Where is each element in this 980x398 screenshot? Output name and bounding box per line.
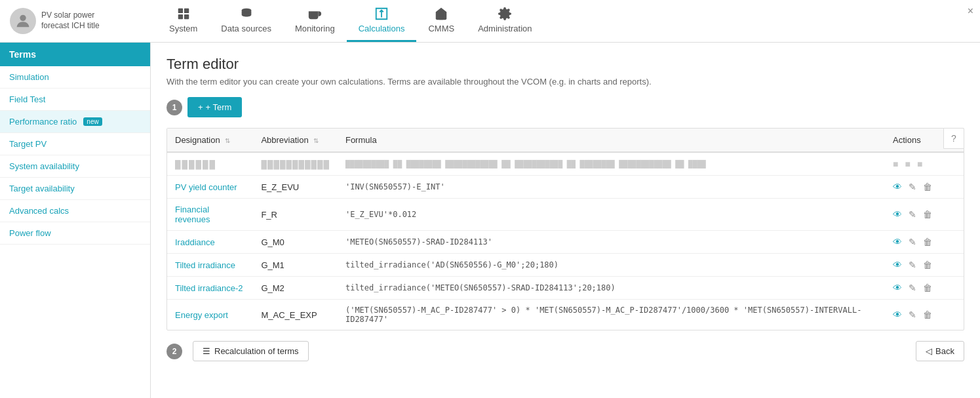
designation-link[interactable]: Tilted irradiance-2 — [175, 283, 243, 293]
sidebar: Terms Simulation Field Test Performance … — [0, 43, 151, 398]
plus-icon: + — [198, 102, 203, 112]
step1-badge: 1 — [167, 100, 182, 115]
table-row: Tilted irradianceG_M1tilted_irradiance('… — [167, 254, 964, 277]
designation-link[interactable]: Tilted irradiance — [175, 260, 235, 270]
view-icon[interactable]: ■ — [893, 159, 898, 169]
edit-icon[interactable]: ■ — [905, 159, 910, 169]
view-icon[interactable]: 👁 — [893, 283, 902, 293]
svg-rect-4 — [184, 14, 189, 19]
col-abbreviation[interactable]: Abbreviation ⇅ — [253, 129, 338, 152]
new-badge: new — [83, 117, 102, 126]
edit-icon[interactable]: ✎ — [909, 309, 916, 320]
delete-icon[interactable]: 🗑 — [923, 283, 932, 293]
add-term-row: 1 + + Term — [167, 97, 964, 117]
nav-item-administration[interactable]: Administration — [466, 0, 543, 42]
bottom-row: 2 ☰ Recalculation of terms ◁ Back — [167, 341, 964, 361]
delete-icon[interactable]: 🗑 — [923, 309, 932, 320]
table-row: IraddianceG_M0'METEO(SN650557)-SRAD-ID28… — [167, 231, 964, 254]
table-icon: ☰ — [203, 346, 210, 356]
sort-abbreviation-icon: ⇅ — [313, 137, 319, 144]
delete-icon[interactable]: 🗑 — [923, 209, 932, 220]
designation-link[interactable]: Financial revenues — [175, 205, 210, 224]
sidebar-item-target-availability[interactable]: Target availability — [0, 178, 150, 200]
app-logo: PV solar power forecast ICH title — [7, 8, 157, 34]
svg-rect-2 — [184, 9, 189, 13]
avatar — [10, 8, 36, 34]
sidebar-header: Terms — [0, 43, 150, 66]
view-icon[interactable]: 👁 — [893, 260, 902, 270]
view-icon[interactable]: 👁 — [893, 209, 902, 220]
terms-table-wrapper: ? Designation ⇅ Abbreviation ⇅ — [167, 128, 964, 330]
edit-icon[interactable]: ✎ — [909, 209, 916, 220]
delete-icon[interactable]: 🗑 — [923, 260, 932, 270]
table-row: Financial revenuesF_R'E_Z_EVU'*0.012 👁 ✎… — [167, 199, 964, 231]
designation-link[interactable]: Energy export — [175, 310, 228, 320]
svg-point-0 — [20, 15, 26, 21]
view-icon[interactable]: 👁 — [893, 237, 902, 247]
svg-rect-1 — [178, 9, 182, 13]
edit-icon[interactable]: ✎ — [909, 283, 916, 293]
sidebar-item-simulation[interactable]: Simulation — [0, 66, 150, 89]
delete-icon[interactable]: 🗑 — [923, 182, 932, 192]
nav-item-cmms[interactable]: CMMS — [416, 0, 466, 42]
back-button[interactable]: ◁ Back — [916, 341, 964, 361]
app-title: PV solar power forecast ICH title — [41, 10, 100, 31]
table-row: Tilted irradiance-2G_M2tilted_irradiance… — [167, 277, 964, 300]
step2-badge: 2 — [167, 344, 182, 359]
top-nav: PV solar power forecast ICH title System… — [0, 0, 980, 43]
content-area: Term editor With the term editor you can… — [151, 43, 980, 398]
svg-rect-3 — [178, 14, 182, 19]
terms-table: Designation ⇅ Abbreviation ⇅ Formula — [167, 129, 964, 330]
table-scroll[interactable]: Designation ⇅ Abbreviation ⇅ Formula — [167, 129, 964, 330]
col-formula: Formula — [338, 129, 885, 152]
edit-icon[interactable]: ✎ — [909, 237, 916, 247]
page-title: Term editor — [167, 56, 964, 73]
table-row: Energy exportM_AC_E_EXP('MET(SN650557)-M… — [167, 300, 964, 330]
delete-icon[interactable]: 🗑 — [923, 237, 932, 247]
designation-link[interactable]: PV yield counter — [175, 182, 237, 192]
add-term-button[interactable]: + + Term — [187, 97, 242, 117]
nav-item-system[interactable]: System — [157, 0, 209, 42]
help-button[interactable]: ? — [943, 128, 964, 149]
edit-icon[interactable]: ✎ — [909, 260, 916, 270]
table-row: PV yield counterE_Z_EVU'INV(SN650557)-E_… — [167, 176, 964, 199]
nav-item-calculations[interactable]: Calculations — [347, 0, 417, 42]
view-icon[interactable]: 👁 — [893, 182, 902, 192]
delete-icon[interactable]: ■ — [917, 159, 922, 169]
page-description: With the term editor you can create your… — [167, 77, 964, 87]
sort-designation-icon: ⇅ — [225, 137, 230, 144]
sidebar-item-target-pv[interactable]: Target PV — [0, 133, 150, 155]
help-icon: ? — [951, 133, 956, 144]
main-layout: Terms Simulation Field Test Performance … — [0, 43, 980, 398]
sidebar-item-field-test[interactable]: Field Test — [0, 89, 150, 111]
nav-item-monitoring[interactable]: Monitoring — [283, 0, 347, 42]
sidebar-item-advanced-calcs[interactable]: Advanced calcs — [0, 200, 150, 222]
sidebar-item-power-flow[interactable]: Power flow — [0, 222, 150, 245]
sidebar-item-performance-ratio[interactable]: Performance ratio new — [0, 111, 150, 133]
nav-item-datasources[interactable]: Data sources — [209, 0, 283, 42]
edit-icon[interactable]: ✎ — [909, 182, 916, 192]
designation-link[interactable]: Iraddiance — [175, 237, 215, 247]
recalculation-button[interactable]: ☰ Recalculation of terms — [193, 341, 309, 361]
col-designation[interactable]: Designation ⇅ — [167, 129, 253, 152]
view-icon[interactable]: 👁 — [893, 309, 902, 320]
sidebar-item-system-availability[interactable]: System availability — [0, 155, 150, 178]
recalc-row: 2 ☰ Recalculation of terms — [167, 341, 309, 361]
close-button[interactable]: × — [968, 5, 973, 17]
main-nav: System Data sources Monitoring Calculati… — [157, 0, 544, 42]
table-row: ███████████████████████████ ██ ████████ … — [167, 152, 964, 176]
back-chevron-icon: ◁ — [926, 346, 932, 356]
